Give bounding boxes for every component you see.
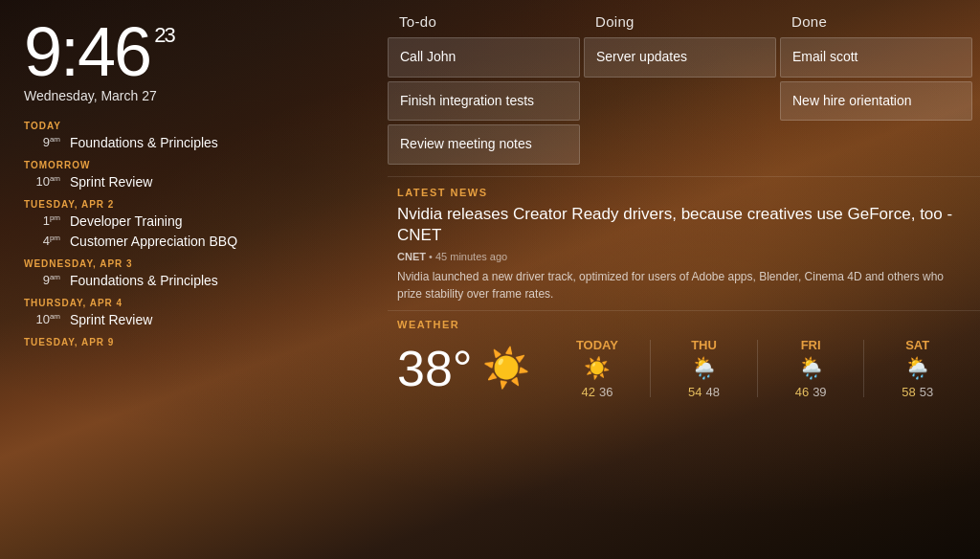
- news-source: CNET: [397, 251, 426, 262]
- weather-current: 38° ☀️: [397, 344, 530, 393]
- forecast-day-temps: 5448: [656, 385, 752, 399]
- clock-date: Wednesday, March 27: [24, 88, 368, 103]
- weather-forecast: TODAY☀️4236THU🌦️5448FRI🌦️4639SAT🌦️5853: [549, 338, 966, 399]
- news-label: LATEST NEWS: [397, 187, 966, 198]
- calendar-event-title: Sprint Review: [70, 174, 152, 190]
- forecast-day: FRI🌦️4639: [763, 338, 859, 399]
- calendar-event-time: 9am: [24, 273, 60, 288]
- forecast-day-icon: 🌦️: [869, 356, 966, 381]
- kanban-board: To-doCall JohnFinish integration testsRe…: [388, 0, 980, 176]
- forecast-day-icon: 🌦️: [763, 356, 859, 381]
- kanban-card[interactable]: Server updates: [584, 37, 776, 78]
- clock-hours-minutes: 9:46: [24, 17, 150, 86]
- weather-section: WEATHER 38° ☀️ TODAY☀️4236THU🌦️5448FRI🌦️…: [388, 310, 980, 409]
- kanban-card[interactable]: Review meeting notes: [388, 124, 580, 165]
- calendar-event-title: Customer Appreciation BBQ: [70, 234, 237, 249]
- kanban-column-header: Doing: [584, 8, 776, 37]
- weather-divider: [757, 340, 758, 397]
- forecast-day-temps: 5853: [869, 385, 966, 399]
- calendar-event-time: 9am: [24, 135, 60, 150]
- forecast-high: 54: [688, 385, 702, 399]
- kanban-column-header: Done: [780, 8, 972, 37]
- calendar-day-group: TODAY9amFoundations & Principles: [24, 121, 368, 150]
- forecast-day-temps: 4639: [763, 385, 859, 399]
- kanban-card[interactable]: Finish integration tests: [388, 81, 580, 122]
- forecast-day: SAT🌦️5853: [869, 338, 966, 399]
- calendar-event: 9amFoundations & Principles: [24, 273, 368, 288]
- forecast-high: 42: [581, 385, 594, 399]
- calendar-day-group: TOMORROW10amSprint Review: [24, 160, 368, 190]
- forecast-day-icon: 🌦️: [656, 356, 752, 381]
- calendar-event: 10amSprint Review: [24, 312, 368, 327]
- news-dot: •: [429, 251, 435, 262]
- calendar-event: 10amSprint Review: [24, 174, 368, 190]
- calendar-day-label: TUESDAY, APR 2: [24, 199, 368, 210]
- calendar-event-title: Foundations & Principles: [70, 273, 218, 288]
- calendar-section: TODAY9amFoundations & PrinciplesTOMORROW…: [24, 121, 368, 545]
- news-meta: CNET • 45 minutes ago: [397, 251, 966, 262]
- forecast-day-label: THU: [656, 338, 752, 352]
- news-body: Nvidia launched a new driver track, opti…: [397, 268, 966, 302]
- kanban-column: DoingServer updates: [584, 8, 776, 168]
- calendar-day-group: THURSDAY, APR 410amSprint Review: [24, 298, 368, 327]
- left-panel: 9:4623 Wednesday, March 27 TODAY9amFound…: [0, 0, 388, 559]
- calendar-event-title: Foundations & Principles: [70, 135, 218, 150]
- forecast-day-label: FRI: [763, 338, 859, 352]
- weather-current-temp: 38°: [397, 344, 473, 393]
- forecast-low: 36: [599, 385, 612, 399]
- kanban-column: To-doCall JohnFinish integration testsRe…: [388, 8, 580, 168]
- kanban-card[interactable]: Email scott: [780, 37, 972, 78]
- calendar-event: 4pmCustomer Appreciation BBQ: [24, 234, 368, 249]
- forecast-high: 58: [902, 385, 915, 399]
- weather-divider: [650, 340, 651, 397]
- kanban-card[interactable]: New hire orientation: [780, 81, 972, 122]
- weather-current-icon: ☀️: [482, 346, 530, 391]
- forecast-day: THU🌦️5448: [656, 338, 752, 399]
- forecast-low: 48: [706, 385, 720, 399]
- forecast-high: 46: [795, 385, 809, 399]
- calendar-event-title: Developer Training: [70, 213, 183, 229]
- calendar-event-title: Sprint Review: [70, 312, 152, 327]
- kanban-card[interactable]: Call John: [388, 37, 580, 78]
- right-panel: To-doCall JohnFinish integration testsRe…: [388, 0, 980, 559]
- calendar-event-time: 10am: [24, 174, 60, 190]
- kanban-column-header: To-do: [388, 8, 580, 37]
- weather-content: 38° ☀️ TODAY☀️4236THU🌦️5448FRI🌦️4639SAT🌦…: [397, 338, 966, 399]
- weather-divider: [863, 340, 864, 397]
- calendar-day-label: TUESDAY, APR 9: [24, 337, 368, 347]
- clock-section: 9:4623 Wednesday, March 27: [24, 17, 368, 103]
- calendar-day-label: THURSDAY, APR 4: [24, 298, 368, 308]
- forecast-low: 39: [813, 385, 826, 399]
- forecast-day-label: SAT: [869, 338, 966, 352]
- calendar-event-time: 4pm: [24, 234, 60, 249]
- kanban-column: DoneEmail scottNew hire orientation: [780, 8, 972, 168]
- calendar-day-group: TUESDAY, APR 21pmDeveloper Training4pmCu…: [24, 199, 368, 249]
- clock-time: 9:4623: [24, 17, 368, 86]
- calendar-event: 9amFoundations & Principles: [24, 135, 368, 150]
- calendar-day-group: TUESDAY, APR 9: [24, 337, 368, 347]
- news-section: LATEST NEWS Nvidia releases Creator Read…: [388, 176, 980, 310]
- forecast-day: TODAY☀️4236: [549, 338, 646, 399]
- news-title: Nvidia releases Creator Ready drivers, b…: [397, 204, 966, 246]
- calendar-event-time: 10am: [24, 312, 60, 327]
- calendar-day-label: WEDNESDAY, APR 3: [24, 258, 368, 269]
- calendar-day-label: TOMORROW: [24, 160, 368, 170]
- calendar-event: 1pmDeveloper Training: [24, 213, 368, 229]
- forecast-low: 53: [920, 385, 933, 399]
- news-time: 45 minutes ago: [435, 251, 507, 262]
- forecast-day-label: TODAY: [549, 338, 646, 352]
- calendar-day-label: TODAY: [24, 121, 368, 131]
- calendar-day-group: WEDNESDAY, APR 39amFoundations & Princip…: [24, 258, 368, 288]
- clock-seconds: 23: [154, 25, 173, 46]
- calendar-event-time: 1pm: [24, 213, 60, 229]
- forecast-day-temps: 4236: [549, 385, 646, 399]
- weather-label: WEATHER: [397, 319, 966, 330]
- forecast-day-icon: ☀️: [549, 356, 646, 381]
